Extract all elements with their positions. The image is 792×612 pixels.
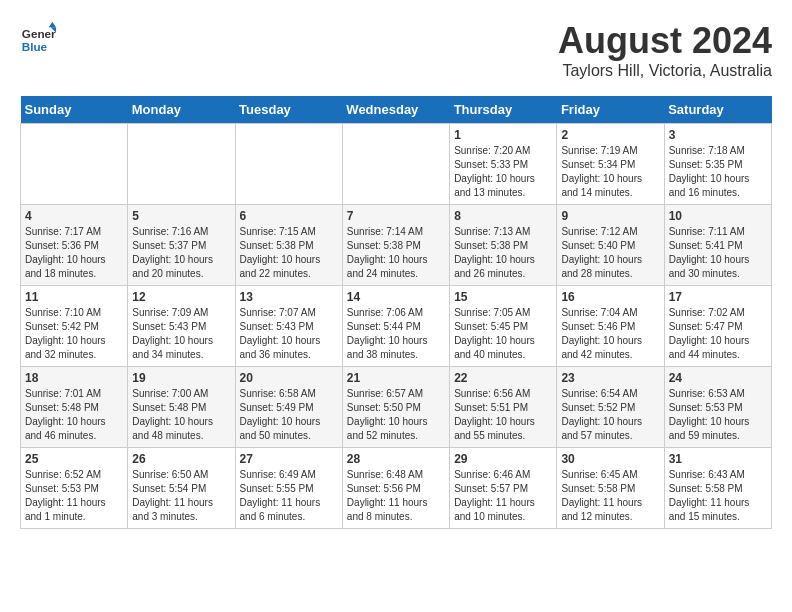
calendar-cell: 2Sunrise: 7:19 AM Sunset: 5:34 PM Daylig… [557, 124, 664, 205]
calendar-cell: 7Sunrise: 7:14 AM Sunset: 5:38 PM Daylig… [342, 205, 449, 286]
day-info: Sunrise: 6:43 AM Sunset: 5:58 PM Dayligh… [669, 468, 767, 524]
calendar-cell: 12Sunrise: 7:09 AM Sunset: 5:43 PM Dayli… [128, 286, 235, 367]
calendar-cell: 5Sunrise: 7:16 AM Sunset: 5:37 PM Daylig… [128, 205, 235, 286]
calendar-cell: 18Sunrise: 7:01 AM Sunset: 5:48 PM Dayli… [21, 367, 128, 448]
day-info: Sunrise: 7:00 AM Sunset: 5:48 PM Dayligh… [132, 387, 230, 443]
calendar-cell: 25Sunrise: 6:52 AM Sunset: 5:53 PM Dayli… [21, 448, 128, 529]
day-number: 1 [454, 128, 552, 142]
calendar-cell: 17Sunrise: 7:02 AM Sunset: 5:47 PM Dayli… [664, 286, 771, 367]
calendar-week-row: 1Sunrise: 7:20 AM Sunset: 5:33 PM Daylig… [21, 124, 772, 205]
calendar-cell: 31Sunrise: 6:43 AM Sunset: 5:58 PM Dayli… [664, 448, 771, 529]
svg-text:General: General [22, 27, 56, 40]
calendar-cell: 27Sunrise: 6:49 AM Sunset: 5:55 PM Dayli… [235, 448, 342, 529]
calendar-cell [235, 124, 342, 205]
calendar-cell: 16Sunrise: 7:04 AM Sunset: 5:46 PM Dayli… [557, 286, 664, 367]
calendar-cell [128, 124, 235, 205]
calendar-cell: 13Sunrise: 7:07 AM Sunset: 5:43 PM Dayli… [235, 286, 342, 367]
title-block: August 2024 Taylors Hill, Victoria, Aust… [558, 20, 772, 80]
day-number: 5 [132, 209, 230, 223]
day-info: Sunrise: 6:46 AM Sunset: 5:57 PM Dayligh… [454, 468, 552, 524]
calendar-cell: 28Sunrise: 6:48 AM Sunset: 5:56 PM Dayli… [342, 448, 449, 529]
day-info: Sunrise: 7:17 AM Sunset: 5:36 PM Dayligh… [25, 225, 123, 281]
calendar-week-row: 11Sunrise: 7:10 AM Sunset: 5:42 PM Dayli… [21, 286, 772, 367]
calendar-cell: 20Sunrise: 6:58 AM Sunset: 5:49 PM Dayli… [235, 367, 342, 448]
day-info: Sunrise: 7:10 AM Sunset: 5:42 PM Dayligh… [25, 306, 123, 362]
day-info: Sunrise: 7:18 AM Sunset: 5:35 PM Dayligh… [669, 144, 767, 200]
day-info: Sunrise: 6:52 AM Sunset: 5:53 PM Dayligh… [25, 468, 123, 524]
day-number: 24 [669, 371, 767, 385]
day-number: 28 [347, 452, 445, 466]
day-info: Sunrise: 6:53 AM Sunset: 5:53 PM Dayligh… [669, 387, 767, 443]
day-info: Sunrise: 7:20 AM Sunset: 5:33 PM Dayligh… [454, 144, 552, 200]
calendar-cell: 22Sunrise: 6:56 AM Sunset: 5:51 PM Dayli… [450, 367, 557, 448]
day-info: Sunrise: 7:06 AM Sunset: 5:44 PM Dayligh… [347, 306, 445, 362]
day-number: 7 [347, 209, 445, 223]
day-info: Sunrise: 6:48 AM Sunset: 5:56 PM Dayligh… [347, 468, 445, 524]
day-info: Sunrise: 6:58 AM Sunset: 5:49 PM Dayligh… [240, 387, 338, 443]
day-number: 15 [454, 290, 552, 304]
day-number: 20 [240, 371, 338, 385]
calendar-cell: 9Sunrise: 7:12 AM Sunset: 5:40 PM Daylig… [557, 205, 664, 286]
day-number: 12 [132, 290, 230, 304]
day-number: 22 [454, 371, 552, 385]
day-info: Sunrise: 7:11 AM Sunset: 5:41 PM Dayligh… [669, 225, 767, 281]
calendar-cell [21, 124, 128, 205]
month-title: August 2024 [558, 20, 772, 62]
calendar-cell: 14Sunrise: 7:06 AM Sunset: 5:44 PM Dayli… [342, 286, 449, 367]
calendar-cell: 10Sunrise: 7:11 AM Sunset: 5:41 PM Dayli… [664, 205, 771, 286]
day-info: Sunrise: 7:15 AM Sunset: 5:38 PM Dayligh… [240, 225, 338, 281]
day-info: Sunrise: 6:56 AM Sunset: 5:51 PM Dayligh… [454, 387, 552, 443]
day-number: 6 [240, 209, 338, 223]
day-info: Sunrise: 7:04 AM Sunset: 5:46 PM Dayligh… [561, 306, 659, 362]
day-info: Sunrise: 7:19 AM Sunset: 5:34 PM Dayligh… [561, 144, 659, 200]
logo: General Blue [20, 20, 56, 56]
day-info: Sunrise: 6:54 AM Sunset: 5:52 PM Dayligh… [561, 387, 659, 443]
day-info: Sunrise: 7:09 AM Sunset: 5:43 PM Dayligh… [132, 306, 230, 362]
calendar-cell: 24Sunrise: 6:53 AM Sunset: 5:53 PM Dayli… [664, 367, 771, 448]
day-number: 16 [561, 290, 659, 304]
day-number: 27 [240, 452, 338, 466]
calendar-cell: 1Sunrise: 7:20 AM Sunset: 5:33 PM Daylig… [450, 124, 557, 205]
calendar-cell: 29Sunrise: 6:46 AM Sunset: 5:57 PM Dayli… [450, 448, 557, 529]
svg-text:Blue: Blue [22, 40, 48, 53]
calendar-cell: 6Sunrise: 7:15 AM Sunset: 5:38 PM Daylig… [235, 205, 342, 286]
calendar-cell: 4Sunrise: 7:17 AM Sunset: 5:36 PM Daylig… [21, 205, 128, 286]
calendar-cell: 19Sunrise: 7:00 AM Sunset: 5:48 PM Dayli… [128, 367, 235, 448]
day-number: 26 [132, 452, 230, 466]
day-info: Sunrise: 6:49 AM Sunset: 5:55 PM Dayligh… [240, 468, 338, 524]
day-number: 4 [25, 209, 123, 223]
day-number: 2 [561, 128, 659, 142]
logo-icon: General Blue [20, 20, 56, 56]
day-number: 17 [669, 290, 767, 304]
day-info: Sunrise: 6:57 AM Sunset: 5:50 PM Dayligh… [347, 387, 445, 443]
day-header-monday: Monday [128, 96, 235, 124]
day-number: 10 [669, 209, 767, 223]
day-header-friday: Friday [557, 96, 664, 124]
day-info: Sunrise: 7:13 AM Sunset: 5:38 PM Dayligh… [454, 225, 552, 281]
calendar-cell: 3Sunrise: 7:18 AM Sunset: 5:35 PM Daylig… [664, 124, 771, 205]
day-number: 11 [25, 290, 123, 304]
day-info: Sunrise: 6:50 AM Sunset: 5:54 PM Dayligh… [132, 468, 230, 524]
day-number: 30 [561, 452, 659, 466]
day-info: Sunrise: 7:05 AM Sunset: 5:45 PM Dayligh… [454, 306, 552, 362]
day-header-sunday: Sunday [21, 96, 128, 124]
day-number: 9 [561, 209, 659, 223]
day-info: Sunrise: 7:12 AM Sunset: 5:40 PM Dayligh… [561, 225, 659, 281]
day-info: Sunrise: 6:45 AM Sunset: 5:58 PM Dayligh… [561, 468, 659, 524]
day-number: 13 [240, 290, 338, 304]
day-number: 25 [25, 452, 123, 466]
day-header-tuesday: Tuesday [235, 96, 342, 124]
day-number: 29 [454, 452, 552, 466]
day-info: Sunrise: 7:02 AM Sunset: 5:47 PM Dayligh… [669, 306, 767, 362]
day-number: 31 [669, 452, 767, 466]
day-number: 19 [132, 371, 230, 385]
calendar-cell [342, 124, 449, 205]
day-number: 21 [347, 371, 445, 385]
calendar-cell: 30Sunrise: 6:45 AM Sunset: 5:58 PM Dayli… [557, 448, 664, 529]
calendar-cell: 11Sunrise: 7:10 AM Sunset: 5:42 PM Dayli… [21, 286, 128, 367]
day-number: 3 [669, 128, 767, 142]
day-header-saturday: Saturday [664, 96, 771, 124]
day-number: 8 [454, 209, 552, 223]
calendar-cell: 8Sunrise: 7:13 AM Sunset: 5:38 PM Daylig… [450, 205, 557, 286]
page-header: General Blue August 2024 Taylors Hill, V… [20, 20, 772, 80]
